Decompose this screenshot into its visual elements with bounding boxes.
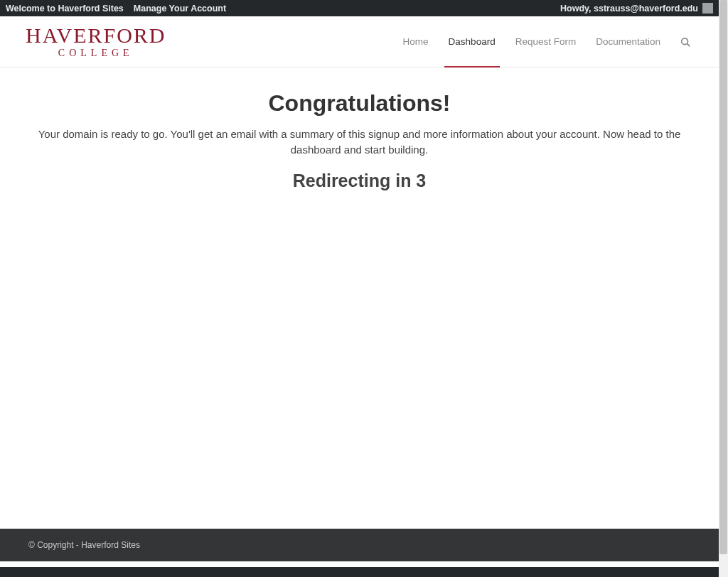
site-footer: © Copyright - Haverford Sites <box>0 529 719 561</box>
avatar-icon[interactable] <box>702 3 713 14</box>
footer-bottom-bar <box>0 567 719 577</box>
nav-home[interactable]: Home <box>403 16 429 67</box>
scrollbar-thumb[interactable] <box>719 0 727 554</box>
footer-copyright: © Copyright - Haverford Sites <box>28 540 140 550</box>
main-content: Congratulations! Your domain is ready to… <box>0 68 719 191</box>
admin-bar: Welcome to Haverford Sites Manage Your A… <box>0 0 719 16</box>
svg-point-0 <box>682 38 688 44</box>
site-logo[interactable]: HAVERFORD COLLEGE <box>26 25 166 58</box>
search-icon[interactable] <box>680 37 690 47</box>
nav-dashboard[interactable]: Dashboard <box>449 16 496 67</box>
logo-main-text: HAVERFORD <box>26 25 166 46</box>
svg-line-1 <box>687 43 690 46</box>
nav-request-form[interactable]: Request Form <box>515 16 577 67</box>
redirect-message: Redirecting in 3 <box>21 171 697 191</box>
manage-account-link[interactable]: Manage Your Account <box>134 4 226 14</box>
page-title: Congratulations! <box>21 90 697 117</box>
vertical-scrollbar[interactable] <box>719 0 728 577</box>
nav-documentation[interactable]: Documentation <box>596 16 660 67</box>
logo-sub-text: COLLEGE <box>58 48 134 58</box>
user-greeting-link[interactable]: Howdy, sstrauss@haverford.edu <box>560 4 698 14</box>
site-header: HAVERFORD COLLEGE Home Dashboard Request… <box>0 16 719 68</box>
welcome-link[interactable]: Welcome to Haverford Sites <box>6 4 124 14</box>
page-subtitle: Your domain is ready to go. You'll get a… <box>26 126 694 158</box>
main-nav: Home Dashboard Request Form Documentatio… <box>403 16 690 67</box>
